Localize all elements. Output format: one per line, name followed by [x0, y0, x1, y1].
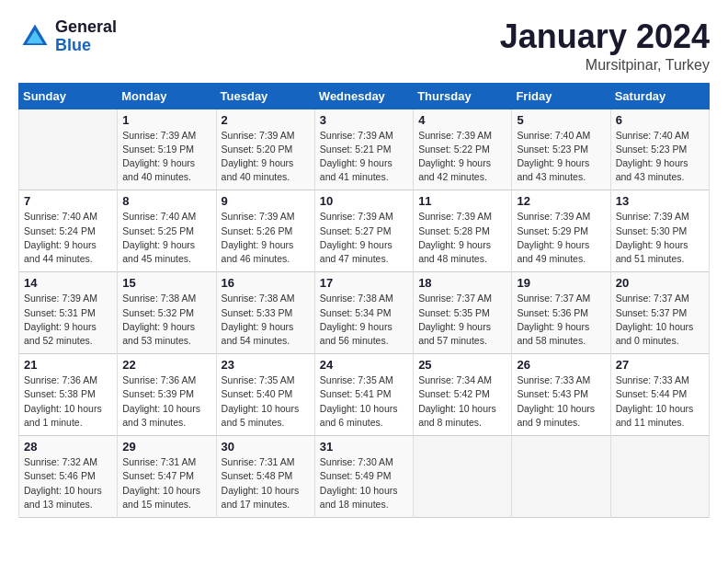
- day-info: Sunrise: 7:39 AMSunset: 5:29 PMDaylight:…: [517, 210, 605, 266]
- page-header: General Blue January 2024 Mursitpinar, T…: [18, 18, 710, 74]
- day-info: Sunrise: 7:39 AMSunset: 5:27 PMDaylight:…: [320, 210, 408, 266]
- calendar-cell: 18Sunrise: 7:37 AMSunset: 5:35 PMDayligh…: [414, 272, 512, 354]
- col-header-friday: Friday: [512, 83, 610, 109]
- calendar-table: SundayMondayTuesdayWednesdayThursdayFrid…: [18, 83, 710, 518]
- calendar-cell: 15Sunrise: 7:38 AMSunset: 5:32 PMDayligh…: [118, 272, 216, 354]
- day-number: 29: [122, 440, 210, 454]
- calendar-cell: 20Sunrise: 7:37 AMSunset: 5:37 PMDayligh…: [610, 272, 709, 354]
- calendar-cell: [414, 436, 512, 518]
- calendar-cell: 12Sunrise: 7:39 AMSunset: 5:29 PMDayligh…: [512, 190, 610, 272]
- day-info: Sunrise: 7:31 AMSunset: 5:47 PMDaylight:…: [122, 455, 210, 511]
- day-number: 21: [24, 358, 112, 372]
- logo-icon: [18, 20, 51, 53]
- day-info: Sunrise: 7:40 AMSunset: 5:23 PMDaylight:…: [517, 129, 605, 185]
- day-info: Sunrise: 7:32 AMSunset: 5:46 PMDaylight:…: [24, 455, 112, 511]
- day-info: Sunrise: 7:36 AMSunset: 5:39 PMDaylight:…: [122, 373, 210, 430]
- day-info: Sunrise: 7:40 AMSunset: 5:25 PMDaylight:…: [122, 210, 210, 266]
- day-info: Sunrise: 7:35 AMSunset: 5:40 PMDaylight:…: [222, 373, 310, 430]
- calendar-cell: 14Sunrise: 7:39 AMSunset: 5:31 PMDayligh…: [19, 272, 118, 354]
- day-info: Sunrise: 7:39 AMSunset: 5:31 PMDaylight:…: [24, 292, 112, 348]
- calendar-cell: 5Sunrise: 7:40 AMSunset: 5:23 PMDaylight…: [512, 109, 610, 190]
- col-header-wednesday: Wednesday: [314, 83, 413, 109]
- calendar-cell: 27Sunrise: 7:33 AMSunset: 5:44 PMDayligh…: [610, 354, 709, 436]
- day-number: 2: [222, 113, 310, 127]
- day-info: Sunrise: 7:39 AMSunset: 5:22 PMDaylight:…: [418, 129, 506, 185]
- day-number: 1: [122, 113, 210, 127]
- day-info: Sunrise: 7:38 AMSunset: 5:34 PMDaylight:…: [320, 292, 408, 348]
- col-header-sunday: Sunday: [19, 83, 118, 109]
- day-info: Sunrise: 7:39 AMSunset: 5:19 PMDaylight:…: [122, 129, 210, 185]
- calendar-cell: 1Sunrise: 7:39 AMSunset: 5:19 PMDaylight…: [118, 109, 216, 190]
- calendar-cell: 19Sunrise: 7:37 AMSunset: 5:36 PMDayligh…: [512, 272, 610, 354]
- calendar-cell: 2Sunrise: 7:39 AMSunset: 5:20 PMDaylight…: [216, 109, 314, 190]
- day-info: Sunrise: 7:36 AMSunset: 5:38 PMDaylight:…: [24, 373, 112, 430]
- calendar-cell: 23Sunrise: 7:35 AMSunset: 5:40 PMDayligh…: [216, 354, 314, 436]
- month-title: January 2024: [500, 18, 710, 55]
- day-number: 27: [616, 358, 704, 372]
- calendar-cell: 21Sunrise: 7:36 AMSunset: 5:38 PMDayligh…: [19, 354, 118, 436]
- calendar-cell: 13Sunrise: 7:39 AMSunset: 5:30 PMDayligh…: [610, 190, 709, 272]
- calendar-cell: [19, 109, 118, 190]
- calendar-cell: 3Sunrise: 7:39 AMSunset: 5:21 PMDaylight…: [314, 109, 413, 190]
- day-info: Sunrise: 7:37 AMSunset: 5:35 PMDaylight:…: [418, 292, 506, 348]
- calendar-cell: 9Sunrise: 7:39 AMSunset: 5:26 PMDaylight…: [216, 190, 314, 272]
- title-block: January 2024 Mursitpinar, Turkey: [500, 18, 710, 74]
- day-info: Sunrise: 7:38 AMSunset: 5:32 PMDaylight:…: [122, 292, 210, 348]
- day-info: Sunrise: 7:39 AMSunset: 5:21 PMDaylight:…: [320, 129, 408, 185]
- logo-text: General Blue: [55, 18, 117, 55]
- week-row-3: 14Sunrise: 7:39 AMSunset: 5:31 PMDayligh…: [19, 272, 710, 354]
- day-info: Sunrise: 7:39 AMSunset: 5:30 PMDaylight:…: [616, 210, 704, 266]
- col-header-saturday: Saturday: [610, 83, 709, 109]
- day-number: 18: [418, 276, 506, 290]
- calendar-header-row: SundayMondayTuesdayWednesdayThursdayFrid…: [19, 83, 710, 109]
- week-row-1: 1Sunrise: 7:39 AMSunset: 5:19 PMDaylight…: [19, 109, 710, 190]
- day-number: 8: [122, 194, 210, 208]
- calendar-cell: 17Sunrise: 7:38 AMSunset: 5:34 PMDayligh…: [314, 272, 413, 354]
- day-number: 30: [222, 440, 310, 454]
- day-number: 12: [517, 194, 605, 208]
- day-number: 9: [222, 194, 310, 208]
- calendar-cell: 10Sunrise: 7:39 AMSunset: 5:27 PMDayligh…: [314, 190, 413, 272]
- calendar-cell: 22Sunrise: 7:36 AMSunset: 5:39 PMDayligh…: [118, 354, 216, 436]
- day-number: 10: [320, 194, 408, 208]
- day-number: 25: [418, 358, 506, 372]
- day-number: 15: [122, 276, 210, 290]
- day-number: 26: [517, 358, 605, 372]
- day-info: Sunrise: 7:33 AMSunset: 5:44 PMDaylight:…: [616, 373, 704, 430]
- day-info: Sunrise: 7:33 AMSunset: 5:43 PMDaylight:…: [517, 373, 605, 430]
- day-number: 31: [320, 440, 408, 454]
- calendar-cell: [512, 436, 610, 518]
- day-info: Sunrise: 7:40 AMSunset: 5:24 PMDaylight:…: [24, 210, 112, 266]
- day-number: 17: [320, 276, 408, 290]
- calendar-cell: 26Sunrise: 7:33 AMSunset: 5:43 PMDayligh…: [512, 354, 610, 436]
- day-number: 13: [616, 194, 704, 208]
- col-header-thursday: Thursday: [414, 83, 512, 109]
- day-info: Sunrise: 7:39 AMSunset: 5:26 PMDaylight:…: [222, 210, 310, 266]
- day-number: 16: [222, 276, 310, 290]
- calendar-cell: 29Sunrise: 7:31 AMSunset: 5:47 PMDayligh…: [118, 436, 216, 518]
- day-number: 23: [222, 358, 310, 372]
- week-row-4: 21Sunrise: 7:36 AMSunset: 5:38 PMDayligh…: [19, 354, 710, 436]
- day-info: Sunrise: 7:39 AMSunset: 5:20 PMDaylight:…: [222, 129, 310, 185]
- day-info: Sunrise: 7:31 AMSunset: 5:48 PMDaylight:…: [222, 455, 310, 511]
- calendar-cell: 31Sunrise: 7:30 AMSunset: 5:49 PMDayligh…: [314, 436, 413, 518]
- calendar-cell: 16Sunrise: 7:38 AMSunset: 5:33 PMDayligh…: [216, 272, 314, 354]
- calendar-cell: 4Sunrise: 7:39 AMSunset: 5:22 PMDaylight…: [414, 109, 512, 190]
- day-info: Sunrise: 7:34 AMSunset: 5:42 PMDaylight:…: [418, 373, 506, 430]
- calendar-cell: 7Sunrise: 7:40 AMSunset: 5:24 PMDaylight…: [19, 190, 118, 272]
- col-header-tuesday: Tuesday: [216, 83, 314, 109]
- day-number: 14: [24, 276, 112, 290]
- day-number: 22: [122, 358, 210, 372]
- week-row-5: 28Sunrise: 7:32 AMSunset: 5:46 PMDayligh…: [19, 436, 710, 518]
- calendar-cell: 11Sunrise: 7:39 AMSunset: 5:28 PMDayligh…: [414, 190, 512, 272]
- day-number: 4: [418, 113, 506, 127]
- col-header-monday: Monday: [118, 83, 216, 109]
- day-info: Sunrise: 7:40 AMSunset: 5:23 PMDaylight:…: [616, 129, 704, 185]
- day-number: 24: [320, 358, 408, 372]
- day-info: Sunrise: 7:35 AMSunset: 5:41 PMDaylight:…: [320, 373, 408, 430]
- week-row-2: 7Sunrise: 7:40 AMSunset: 5:24 PMDaylight…: [19, 190, 710, 272]
- day-info: Sunrise: 7:39 AMSunset: 5:28 PMDaylight:…: [418, 210, 506, 266]
- day-number: 6: [616, 113, 704, 127]
- day-number: 7: [24, 194, 112, 208]
- day-info: Sunrise: 7:30 AMSunset: 5:49 PMDaylight:…: [320, 455, 408, 511]
